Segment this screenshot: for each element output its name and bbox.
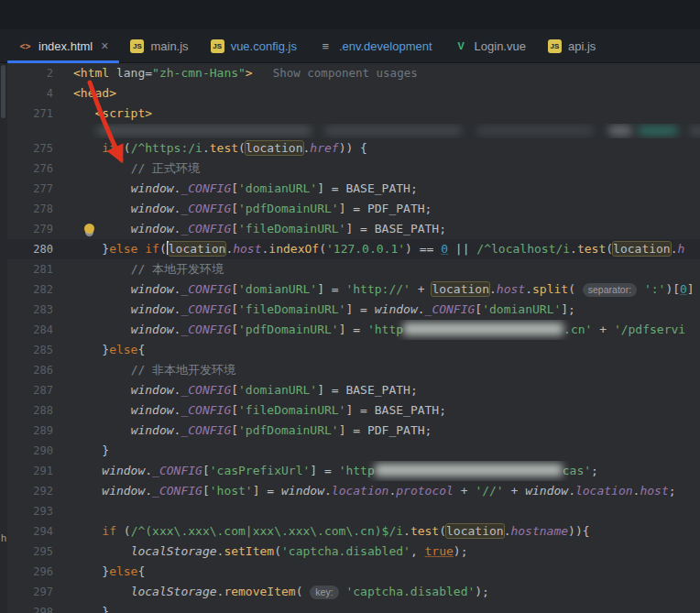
code-area[interactable]: 2<html lang="zh-cmn-Hans">Show component… (7, 63, 700, 613)
line-number[interactable]: 295 (7, 542, 62, 562)
line-number[interactable]: 281 (7, 259, 62, 279)
code-text: window._CONFIG['domianURL'] = BASE_PATH; (62, 380, 700, 400)
code-line-271[interactable]: 271 <script> (7, 104, 700, 124)
censored-blur (324, 126, 462, 136)
code-line-293[interactable]: 293 (7, 501, 700, 521)
code-line-296[interactable]: 296 }else{ (7, 562, 700, 582)
tab-main.js[interactable]: JSmain.js (119, 29, 199, 62)
parameter-hint: separator: (583, 283, 637, 297)
line-number[interactable]: 298 (7, 602, 62, 613)
line-number[interactable]: 276 (7, 159, 62, 179)
censored-blur (638, 126, 678, 136)
close-icon[interactable]: × (101, 39, 108, 52)
code-line-298[interactable]: 298 } (7, 602, 700, 613)
code-line-286[interactable]: 286 // 非本地开发环境 (7, 360, 700, 380)
code-line-284[interactable]: 284 window._CONFIG['pdfDomainURL'] = 'ht… (7, 320, 700, 340)
tab-.env.development[interactable]: ≡.env.development (308, 29, 443, 62)
window-titlebar (0, 0, 700, 29)
line-number[interactable]: 297 (7, 582, 62, 602)
line-number[interactable]: 284 (7, 320, 62, 340)
code-text: localStorage.removeItem( key: 'captcha.d… (62, 582, 700, 602)
code-line-297[interactable]: 297 localStorage.removeItem( key: 'captc… (7, 582, 700, 602)
left-rail-label: h (1, 532, 6, 543)
tab-bar: <>index.html×JSmain.jsJSvue.config.js≡.e… (0, 29, 700, 63)
code-text: window._CONFIG['casPrefixUrl'] = 'httpca… (62, 461, 700, 481)
line-number[interactable]: 296 (7, 562, 62, 582)
code-line-280[interactable]: 280 }else if(location.host.indexOf('127.… (7, 239, 700, 259)
code-text: window._CONFIG['pdfDomainURL'] = PDF_PAT… (62, 199, 700, 219)
code-line-2[interactable]: 2<html lang="zh-cmn-Hans">Show component… (7, 63, 700, 83)
code-line-283[interactable]: 283 window._CONFIG['fileDomainURL'] = wi… (7, 300, 700, 320)
code-text: localStorage.setItem('captcha.disabled',… (62, 542, 700, 562)
code-text: window._CONFIG['pdfDomainURL'] = 'http.c… (62, 320, 700, 340)
line-number[interactable]: 279 (7, 219, 62, 239)
left-rail: h (0, 63, 7, 613)
code-text: window._CONFIG['domianURL'] = BASE_PATH; (62, 179, 700, 199)
code-line-277[interactable]: 277 window._CONFIG['domianURL'] = BASE_P… (7, 179, 700, 199)
censored-blur (403, 323, 563, 335)
line-number[interactable]: 286 (7, 360, 62, 380)
line-number[interactable] (7, 124, 62, 138)
code-line-287[interactable]: 287 window._CONFIG['domianURL'] = BASE_P… (7, 380, 700, 400)
scrollbar-thumb[interactable] (1, 65, 5, 118)
code-line-4[interactable]: 4<head> (7, 83, 700, 104)
code-line-291[interactable]: 291 window._CONFIG['casPrefixUrl'] = 'ht… (7, 461, 700, 481)
tab-Login.vue[interactable]: VLogin.vue (443, 29, 537, 62)
code-line-285[interactable]: 285 }else{ (7, 340, 700, 360)
line-number[interactable]: 292 (7, 481, 62, 501)
code-line-282[interactable]: 282 window._CONFIG['domianURL'] = 'http:… (7, 279, 700, 300)
code-text (62, 501, 700, 521)
tab-index.html[interactable]: <>index.html× (7, 29, 119, 62)
line-number[interactable]: 271 (7, 104, 62, 124)
code-text: }else if(location.host.indexOf('127.0.0.… (62, 239, 700, 259)
html-icon: <> (18, 39, 32, 53)
censored-blur (96, 126, 312, 136)
line-number[interactable]: 277 (7, 179, 62, 199)
code-line-279[interactable]: 279 window._CONFIG['fileDomainURL'] = BA… (7, 219, 700, 239)
line-number[interactable]: 282 (7, 279, 62, 300)
tab-api.js[interactable]: JSapi.js (537, 29, 607, 62)
code-text: window._CONFIG['fileDomainURL'] = BASE_P… (62, 219, 700, 239)
code-text: } (62, 441, 700, 461)
line-number[interactable]: 278 (7, 199, 62, 219)
editor: 2<html lang="zh-cmn-Hans">Show component… (0, 63, 700, 613)
line-number[interactable]: 283 (7, 300, 62, 320)
line-number[interactable]: 4 (7, 83, 62, 104)
intention-bulb-icon[interactable] (84, 224, 94, 234)
code-text: window._CONFIG['fileDomainURL'] = window… (62, 300, 700, 320)
code-line-278[interactable]: 278 window._CONFIG['pdfDomainURL'] = PDF… (7, 199, 700, 219)
code-text: <script> (62, 104, 700, 124)
code-line-290[interactable]: 290 } (7, 441, 700, 461)
code-line-294[interactable]: 294 if (/^(xxx\.xxx\.com|xxx\.xxx\.com\.… (7, 521, 700, 542)
tab-label: vue.config.js (231, 39, 297, 53)
code-line[interactable] (7, 124, 700, 138)
js-icon: JS (211, 39, 224, 53)
censored-blur (375, 464, 563, 476)
censored-blur (608, 126, 632, 136)
code-line-295[interactable]: 295 localStorage.setItem('captcha.disabl… (7, 542, 700, 562)
line-number[interactable]: 280 (7, 239, 62, 259)
code-line-288[interactable]: 288 window._CONFIG['fileDomainURL'] = BA… (7, 400, 700, 421)
line-number[interactable]: 291 (7, 461, 62, 481)
line-number[interactable]: 285 (7, 340, 62, 360)
line-number[interactable]: 288 (7, 400, 62, 421)
code-line-275[interactable]: 275 if (/^https:/i.test(location.href)) … (7, 138, 700, 159)
line-number[interactable]: 275 (7, 138, 62, 159)
censored-blur (476, 126, 594, 136)
parameter-hint: key: (310, 586, 338, 599)
line-number[interactable]: 287 (7, 380, 62, 400)
tab-vue.config.js[interactable]: JSvue.config.js (200, 29, 308, 62)
code-line-281[interactable]: 281 // 本地开发环境 (7, 259, 700, 279)
code-text: window._CONFIG['fileDomainURL'] = BASE_P… (62, 400, 700, 421)
line-number[interactable]: 2 (7, 63, 62, 83)
line-number[interactable]: 293 (7, 501, 62, 521)
code-text: window._CONFIG['host'] = window.location… (62, 481, 700, 501)
code-line-276[interactable]: 276 // 正式环境 (7, 159, 700, 179)
code-line-289[interactable]: 289 window._CONFIG['pdfDomainURL'] = PDF… (7, 421, 700, 441)
code-text: <html lang="zh-cmn-Hans">Show component … (62, 63, 700, 83)
code-line-292[interactable]: 292 window._CONFIG['host'] = window.loca… (7, 481, 700, 501)
line-number[interactable]: 294 (7, 521, 62, 542)
line-number[interactable]: 290 (7, 441, 62, 461)
line-number[interactable]: 289 (7, 421, 62, 441)
tab-label: api.js (568, 39, 596, 53)
